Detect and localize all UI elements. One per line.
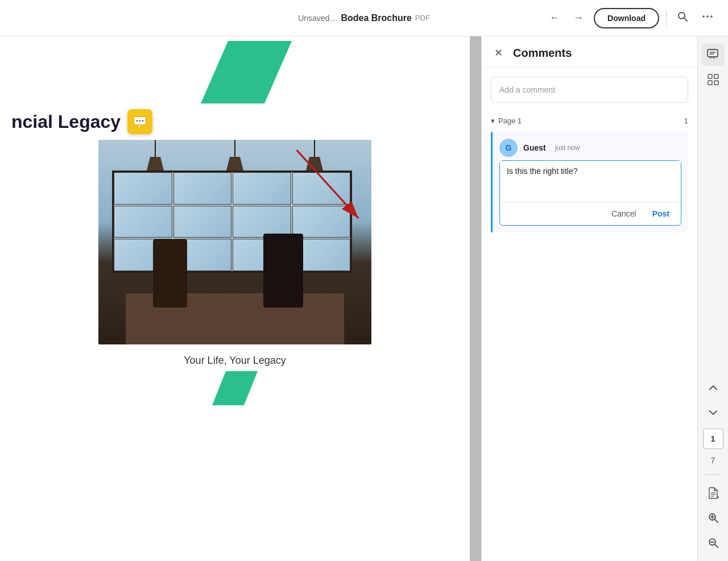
grid-sidebar-button[interactable] (702, 68, 725, 91)
main-layout: ncial Legacy (0, 36, 728, 561)
doc-view-button[interactable] (702, 481, 725, 504)
lamp-shade (306, 157, 323, 171)
svg-point-7 (139, 120, 141, 122)
brochure-footer (0, 371, 470, 411)
page-down-button[interactable] (702, 401, 725, 424)
person1 (153, 239, 187, 307)
sidebar-divider (705, 474, 721, 475)
chevron-up-icon (709, 385, 718, 390)
svg-rect-11 (708, 49, 718, 57)
add-comment-input[interactable]: Add a comment (491, 77, 688, 103)
person2 (263, 234, 303, 307)
page-section: ▾ Page 1 1 (482, 112, 697, 130)
comment-badge-icon (133, 115, 147, 128)
total-pages: 7 (711, 456, 715, 465)
page-label-row[interactable]: ▾ Page 1 1 (491, 112, 688, 130)
ceiling-lamps (98, 140, 371, 174)
comments-header: ✕ Comments (482, 36, 697, 68)
lamp (306, 140, 323, 174)
lamp-cord (314, 140, 315, 157)
window-cell (173, 206, 232, 238)
window-cell (114, 206, 172, 238)
lamp-cord (234, 140, 235, 157)
back-button[interactable]: ← (546, 9, 563, 27)
svg-line-26 (714, 545, 718, 548)
unsaved-label: Unsaved… (298, 14, 337, 23)
brochure-title: ncial Legacy (11, 111, 121, 132)
topbar-right: ← → Download (546, 7, 717, 28)
svg-rect-15 (714, 74, 718, 78)
comments-title: Comments (513, 47, 572, 60)
cancel-button[interactable]: Cancel (607, 207, 641, 221)
author-name: Guest (523, 143, 546, 152)
page-label: ▾ Page 1 (491, 117, 522, 125)
teal-shape-bottom (212, 371, 258, 405)
download-button[interactable]: Download (594, 8, 659, 28)
svg-rect-14 (708, 74, 712, 78)
comments-panel: ✕ Comments Add a comment ▾ Page 1 1 G Gu… (481, 36, 697, 561)
comment-author-row: G Guest just now (493, 132, 688, 160)
lamp-cord (155, 140, 156, 157)
timestamp: just now (555, 144, 580, 152)
doc-type: PDF (415, 14, 430, 22)
close-comments-button[interactable]: ✕ (491, 45, 506, 60)
doc-title: Bodea Brochure (341, 13, 411, 23)
brochure-title-row: ncial Legacy (0, 103, 470, 134)
more-icon (702, 11, 713, 22)
comment-sidebar-icon (707, 49, 719, 60)
right-sidebar: 1 7 (697, 36, 728, 561)
zoom-out-icon (708, 537, 719, 548)
brochure-header (0, 36, 470, 103)
svg-point-3 (706, 15, 709, 18)
zoom-out-button[interactable] (702, 531, 725, 554)
topbar-center: Unsaved… Bodea Brochure PDF (298, 13, 430, 23)
post-button[interactable]: Post (648, 207, 674, 221)
more-button[interactable] (698, 7, 717, 28)
svg-line-1 (684, 18, 688, 22)
page-comment-count: 1 (684, 117, 688, 125)
svg-rect-17 (714, 81, 718, 85)
brochure-image (98, 140, 371, 344)
lamp-shade (226, 157, 243, 171)
pdf-page: ncial Legacy (0, 36, 470, 561)
window-cell (114, 172, 172, 205)
svg-point-4 (710, 15, 713, 18)
panel-separator (470, 36, 481, 561)
svg-rect-16 (708, 81, 712, 85)
close-icon: ✕ (494, 47, 503, 59)
comment-thread: G Guest just now Cancel Post (491, 132, 688, 232)
toolbar-divider (666, 10, 667, 26)
svg-point-2 (702, 15, 705, 18)
lamp (147, 140, 164, 174)
zoom-in-button[interactable] (702, 506, 725, 529)
forward-button[interactable]: → (570, 9, 587, 27)
window-pane (112, 171, 352, 273)
pdf-area: ncial Legacy (0, 36, 470, 561)
window-cell (173, 172, 232, 205)
current-page-button[interactable]: 1 (703, 429, 723, 449)
search-button[interactable] (673, 7, 692, 28)
search-icon (677, 11, 688, 22)
svg-point-6 (136, 120, 138, 122)
chevron-down-icon: ▾ (491, 117, 495, 125)
comment-actions: Cancel Post (500, 202, 681, 225)
page-up-button[interactable] (702, 376, 725, 399)
comment-textarea[interactable] (500, 161, 681, 200)
window-cell (233, 172, 291, 205)
window-cell (233, 206, 291, 238)
window-cell (292, 172, 351, 205)
grid-sidebar-icon (708, 74, 719, 85)
chevron-down-icon (709, 410, 718, 415)
teal-shape-top (201, 41, 292, 103)
comments-sidebar-button[interactable] (702, 43, 725, 66)
window-cell (292, 206, 351, 238)
guest-avatar: G (499, 139, 518, 157)
lamp-shade (147, 157, 164, 171)
doc-icon (708, 487, 719, 499)
zoom-in-icon (708, 512, 719, 523)
comment-badge[interactable] (127, 109, 152, 134)
brochure-subtitle: Your Life, Your Legacy (184, 355, 286, 367)
svg-line-22 (714, 520, 718, 523)
topbar: Unsaved… Bodea Brochure PDF ← → Download (0, 0, 728, 36)
svg-point-8 (142, 120, 144, 122)
